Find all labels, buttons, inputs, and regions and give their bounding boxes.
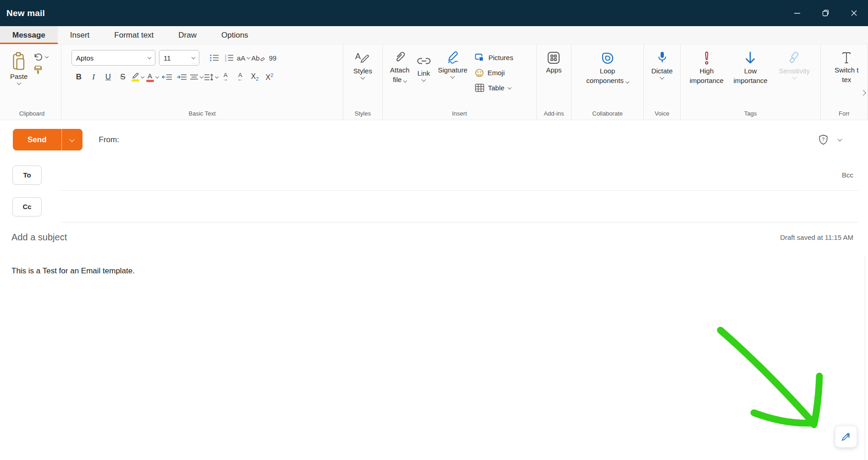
font-size-value: 11 [164, 54, 171, 62]
undo-chevron-icon [45, 54, 49, 58]
pictures-label: Pictures [489, 54, 513, 61]
link-chevron-icon [422, 78, 426, 82]
attach-file-button[interactable]: Attach file [386, 50, 413, 85]
numbered-list-button[interactable]: 123 [221, 51, 236, 65]
low-importance-label-line1: Low [744, 67, 757, 75]
to-input[interactable] [61, 159, 842, 190]
italic-button[interactable]: I [86, 70, 101, 84]
decrease-indent-button[interactable] [159, 70, 174, 84]
green-arrow-annotation [708, 312, 827, 431]
table-button[interactable]: Table [475, 81, 513, 94]
attach-file-chevron-icon [403, 79, 407, 83]
tab-insert[interactable]: Insert [58, 26, 102, 44]
format-group-label: Forr [821, 110, 868, 117]
sensitivity-button[interactable]: Sensitivity [772, 50, 817, 80]
increase-indent-button[interactable] [174, 70, 189, 84]
font-name-combobox[interactable]: Aptos [71, 50, 155, 66]
left-to-right-button[interactable]: A→ [218, 70, 233, 84]
window-controls [783, 0, 868, 26]
to-button[interactable]: To [12, 166, 42, 185]
align-button[interactable] [189, 70, 203, 84]
tab-options[interactable]: Options [209, 26, 261, 44]
loop-components-button[interactable]: Loop components [582, 50, 632, 86]
low-importance-button[interactable]: Low importance [729, 50, 772, 86]
undo-button[interactable] [34, 53, 48, 61]
superscript-button[interactable]: X2 [262, 70, 277, 84]
pictures-button[interactable]: Pictures [475, 51, 513, 64]
link-label: Link [418, 69, 430, 78]
signature-button[interactable]: Signature [434, 50, 471, 79]
bold-button[interactable]: B [71, 70, 86, 84]
superscript-number: 2 [270, 72, 273, 78]
dictate-label: Dictate [651, 67, 673, 75]
bullet-list-button[interactable] [207, 51, 221, 65]
font-color-chevron-icon [155, 75, 159, 78]
bcc-link[interactable]: Bcc [842, 171, 859, 179]
change-case-button[interactable]: aA [236, 51, 251, 65]
ribbon: Paste Cl [0, 44, 868, 120]
format-painter-button[interactable] [34, 65, 48, 75]
emoji-button[interactable]: Emoji [475, 66, 513, 79]
switch-text-button[interactable]: Switch t tex [831, 50, 863, 85]
font-color-label: A [148, 72, 152, 79]
scrollbar-track[interactable] [865, 257, 865, 460]
highlight-color-swatch [132, 79, 139, 82]
quote-button[interactable]: 99 [265, 51, 280, 65]
close-button[interactable] [840, 0, 868, 26]
line-spacing-button[interactable] [203, 70, 218, 84]
cc-row: Cc [0, 191, 868, 222]
restore-button[interactable] [811, 0, 840, 26]
right-to-left-button[interactable]: A← [233, 70, 247, 84]
strikethrough-label: S [120, 72, 125, 82]
cc-button[interactable]: Cc [12, 197, 42, 216]
tab-message[interactable]: Message [0, 26, 58, 44]
paste-chevron-icon [16, 81, 21, 85]
dictate-chevron-icon [660, 75, 665, 80]
send-options-button[interactable] [62, 129, 82, 150]
send-row: Send From: ? [0, 120, 868, 159]
cc-button-cell: Cc [0, 191, 61, 222]
message-protection-icon[interactable]: ? [819, 134, 828, 145]
highlight-color-button[interactable] [130, 70, 145, 84]
subject-input[interactable] [11, 232, 780, 243]
subscript-button[interactable]: X2 [247, 70, 262, 84]
bold-label: B [76, 72, 82, 82]
message-body[interactable]: This is a Test for an Email template. [0, 252, 868, 290]
editor-pen-icon [841, 432, 851, 442]
format-painter-icon [34, 65, 42, 75]
cc-field-line [61, 191, 859, 222]
titlebar: New mail [0, 0, 868, 26]
dictate-button[interactable]: Dictate [648, 50, 676, 80]
loop-chevron-icon [626, 80, 629, 83]
underline-button[interactable]: U [101, 70, 115, 84]
ribbon-overflow-button[interactable] [861, 89, 865, 97]
to-field-line: Bcc [61, 159, 859, 191]
paste-button[interactable]: Paste [6, 51, 31, 85]
send-button[interactable]: Send [13, 129, 61, 150]
attach-file-label-line1: Attach [390, 66, 410, 74]
tab-format-text[interactable]: Format text [102, 26, 166, 44]
window-title: New mail [0, 8, 45, 18]
cc-input[interactable] [61, 191, 859, 222]
apps-button[interactable]: Apps [542, 50, 565, 75]
editor-pen-button[interactable] [835, 426, 857, 448]
font-color-button[interactable]: A [145, 70, 159, 84]
group-tags: High importance Low importance Sensitivi… [681, 44, 821, 120]
paste-label: Paste [10, 72, 27, 81]
high-importance-button[interactable]: High importance [684, 50, 729, 86]
send-split-button[interactable]: Send [13, 129, 82, 150]
microphone-icon [656, 51, 668, 66]
subscript-number: 2 [256, 76, 258, 82]
link-button[interactable]: Link [413, 50, 434, 82]
switch-text-label-line1: Switch t [835, 66, 859, 74]
strikethrough-button[interactable]: S [115, 70, 130, 84]
clear-formatting-button[interactable]: Ab [251, 51, 265, 65]
options-chevron-icon[interactable] [838, 137, 842, 142]
styles-button[interactable]: A Styles [350, 50, 376, 80]
align-chevron-icon [199, 75, 203, 78]
minimize-button[interactable] [783, 0, 811, 26]
italic-label: I [92, 72, 95, 82]
font-size-combobox[interactable]: 11 [159, 50, 199, 66]
tab-draw[interactable]: Draw [166, 26, 209, 44]
low-importance-icon [744, 51, 757, 66]
